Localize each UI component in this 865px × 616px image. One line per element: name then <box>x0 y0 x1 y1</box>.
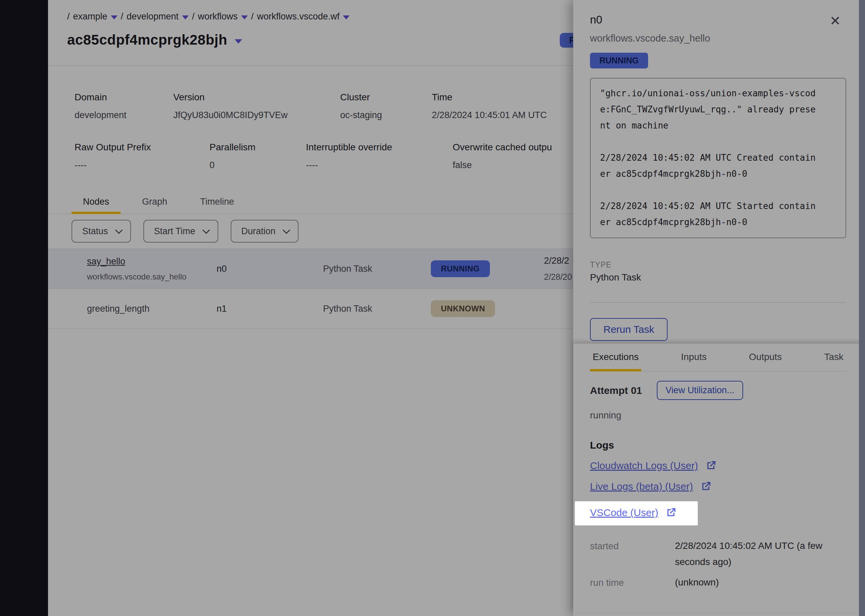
detail-version: Version JfQyU83u0i0MC8IDy9TVEw <box>173 92 340 121</box>
breadcrumb-label: development <box>127 11 179 22</box>
log-line: er ac85cdpf4mcprgk28bjh-n0-0 <box>600 166 837 182</box>
tab-task[interactable]: Task <box>821 344 846 371</box>
tab-label: Graph <box>142 196 167 207</box>
filter-label: Duration <box>241 226 276 237</box>
detail-label: Parallelism <box>210 142 306 152</box>
vscode-link[interactable]: VSCode (User) <box>590 507 658 519</box>
log-line: er ac85cdpf4mcprgk28bjh-n0-0 <box>600 214 837 230</box>
tab-executions[interactable]: Executions <box>590 344 641 371</box>
filter-label: Start Time <box>154 226 195 237</box>
execution-id-title: ac85cdpf4mcprgk28bjh <box>67 32 227 48</box>
breadcrumb-item-workflows[interactable]: workflows <box>198 11 248 22</box>
tab-timeline[interactable]: Timeline <box>189 191 246 214</box>
panel-top-section: n0 ✕ workflows.vscode.say_hello RUNNING … <box>573 0 865 341</box>
node-detail-panel: n0 ✕ workflows.vscode.say_hello RUNNING … <box>573 0 865 616</box>
detail-value: development <box>74 110 173 121</box>
panel-divider <box>590 302 846 303</box>
log-line <box>600 134 837 150</box>
node-id-cell: n1 <box>217 304 323 314</box>
detail-label: Raw Output Prefix <box>74 142 210 152</box>
attempt-meta: started 2/28/2024 10:45:02 AM UTC (a few… <box>590 541 846 591</box>
detail-value: ---- <box>74 160 210 170</box>
breadcrumb-label: workflows <box>198 11 238 22</box>
meta-value: (unknown) <box>675 574 719 591</box>
node-type-cell: Python Task <box>323 304 431 314</box>
detail-time: Time 2/28/2024 10:45:01 AM UTC <box>432 92 547 121</box>
breadcrumb-label: example <box>73 11 107 22</box>
detail-value: oc-staging <box>340 110 432 121</box>
detail-overwrite-cached-outputs: Overwrite cached outpu false <box>453 142 552 170</box>
chevron-down-icon <box>115 226 123 234</box>
status-badge: RUNNING <box>590 53 648 68</box>
status-badge: RUNNING <box>431 260 490 277</box>
cloudwatch-logs-link[interactable]: Cloudwatch Logs (User) <box>590 460 698 471</box>
chevron-down-icon[interactable] <box>235 39 242 44</box>
filter-label: Status <box>82 226 108 237</box>
breadcrumb-item-workflow-name[interactable]: workflows.vscode.wf <box>257 11 350 22</box>
status-badge: UNKNOWN <box>431 300 495 317</box>
attempt-status: running <box>590 410 846 421</box>
breadcrumb-separator: / <box>67 11 70 22</box>
active-tab-underline <box>71 212 121 214</box>
external-link-icon[interactable] <box>705 460 717 472</box>
meta-row-started: started 2/28/2024 10:45:02 AM UTC (a few… <box>590 541 846 570</box>
chevron-down-icon <box>202 226 210 234</box>
detail-value: 2/28/2024 10:45:01 AM UTC <box>432 110 547 121</box>
attempt-row: Attempt 01 View Utilization... <box>590 381 846 400</box>
log-line: e:FGnC_TWZvgfWrUyuwL_rqg.." already pres… <box>600 101 837 118</box>
meta-value: 2/28/2024 10:45:02 AM UTC (a few seconds… <box>675 538 833 570</box>
detail-label: Version <box>173 92 340 103</box>
chevron-down-icon <box>241 16 248 19</box>
external-link-icon[interactable] <box>665 507 677 519</box>
breadcrumb-label: workflows.vscode.wf <box>257 11 339 22</box>
node-status-cell: UNKNOWN <box>431 300 544 317</box>
log-link-vscode-spotlight: VSCode (User) <box>575 501 698 525</box>
live-logs-link[interactable]: Live Logs (beta) (User) <box>590 481 693 492</box>
log-link-live-logs: Live Logs (beta) (User) <box>590 481 712 492</box>
tab-outputs[interactable]: Outputs <box>746 344 785 371</box>
logs-heading: Logs <box>590 440 846 451</box>
meta-row-runtime: run time (unknown) <box>590 577 846 591</box>
rerun-task-button[interactable]: Rerun Task <box>590 318 668 341</box>
type-label: TYPE <box>590 260 846 269</box>
breadcrumb-separator: / <box>251 11 254 22</box>
view-utilization-button[interactable]: View Utilization... <box>657 381 743 400</box>
detail-label: Interruptible override <box>306 142 453 152</box>
meta-label: started <box>590 541 675 570</box>
tab-label: Outputs <box>749 352 782 362</box>
tab-nodes[interactable]: Nodes <box>71 191 121 214</box>
tab-graph[interactable]: Graph <box>131 191 179 214</box>
node-name-link[interactable]: say_hello <box>87 256 125 266</box>
filter-status[interactable]: Status <box>71 220 131 243</box>
active-tab-underline <box>590 369 641 371</box>
panel-scrollbar[interactable] <box>859 0 865 616</box>
log-line: 2/28/2024 10:45:02 AM UTC Started contai… <box>600 198 837 214</box>
filter-start-time[interactable]: Start Time <box>143 220 218 243</box>
panel-tab-bar: Executions Inputs Outputs Task <box>590 344 846 371</box>
breadcrumb-item-project[interactable]: example <box>73 11 118 22</box>
detail-parallelism: Parallelism 0 <box>210 142 306 170</box>
tab-inputs[interactable]: Inputs <box>678 344 709 371</box>
node-type-cell: Python Task <box>323 264 431 274</box>
node-status-cell: RUNNING <box>431 260 544 277</box>
task-log-viewer[interactable]: g "ghcr.io/unionai-oss/union-examples-vs… <box>590 78 846 238</box>
log-line: "ghcr.io/unionai-oss/union-examples-vsco… <box>600 85 837 101</box>
tab-label: Timeline <box>200 196 234 207</box>
node-name-cell: greeting_length <box>87 304 217 314</box>
external-link-icon[interactable] <box>700 481 712 492</box>
app-window: / example / development / workflows / wo… <box>0 0 865 616</box>
left-nav-rail <box>0 0 48 616</box>
log-line: 2/28/2024 10:45:02 AM UTC Created contai… <box>600 150 837 166</box>
breadcrumb-item-domain[interactable]: development <box>127 11 189 22</box>
detail-value: JfQyU83u0i0MC8IDy9TVEw <box>173 110 340 121</box>
type-value: Python Task <box>590 272 846 283</box>
detail-label: Overwrite cached outpu <box>453 142 552 152</box>
detail-value: 0 <box>210 160 306 170</box>
attempt-title: Attempt 01 <box>590 385 642 396</box>
detail-interruptible-override: Interruptible override ---- <box>306 142 453 170</box>
filter-duration[interactable]: Duration <box>231 220 299 243</box>
close-icon[interactable]: ✕ <box>829 14 841 28</box>
detail-value: false <box>453 160 552 170</box>
node-id-cell: n0 <box>217 264 323 274</box>
detail-label: Cluster <box>340 92 432 103</box>
